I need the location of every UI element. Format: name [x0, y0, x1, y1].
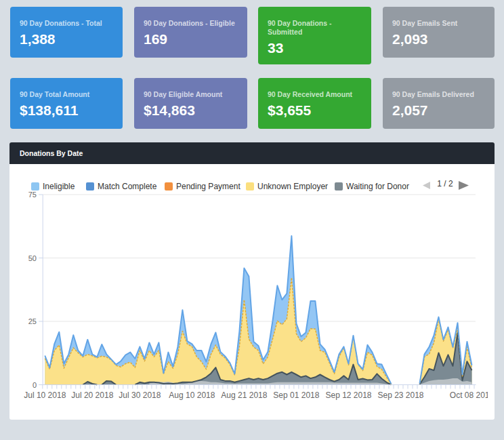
svg-text:50: 50	[28, 254, 37, 262]
svg-text:Aug 21 2018: Aug 21 2018	[221, 391, 267, 400]
svg-text:Sep 01 2018: Sep 01 2018	[273, 391, 319, 400]
svg-text:Jul 10 2018: Jul 10 2018	[24, 391, 66, 400]
svg-text:Jul 30 2018: Jul 30 2018	[119, 391, 161, 400]
svg-text:Jul 20 2018: Jul 20 2018	[71, 391, 113, 400]
svg-text:25: 25	[28, 317, 37, 325]
svg-text:0: 0	[33, 381, 37, 389]
svg-text:Sep 23 2018: Sep 23 2018	[377, 391, 423, 400]
svg-text:Aug 10 2018: Aug 10 2018	[169, 391, 215, 400]
svg-text:75: 75	[28, 191, 37, 199]
svg-text:Oct 08 2018: Oct 08 2018	[450, 391, 488, 400]
svg-text:Sep 12 2018: Sep 12 2018	[325, 391, 371, 400]
